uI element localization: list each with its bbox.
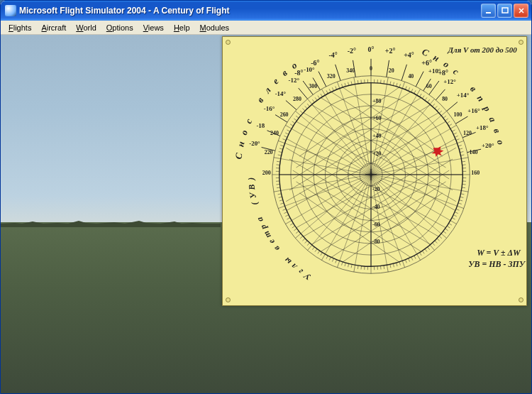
svg-line-148 [278,141,284,143]
window-buttons [481,4,528,18]
svg-text:120: 120 [463,130,472,136]
svg-line-205 [435,106,437,109]
svg-text:80: 80 [442,96,448,102]
titlebar[interactable]: Microsoft Flight Simulator 2004 - A Cent… [1,1,531,21]
svg-text:220: 220 [265,149,273,155]
svg-text:а: а [487,115,499,124]
svg-line-178 [354,77,355,84]
svg-line-149 [283,139,287,141]
svg-line-74 [428,247,430,250]
svg-line-158 [295,111,301,115]
svg-line-221 [460,151,464,152]
svg-line-98 [354,265,355,272]
menu-aircraft[interactable]: Aircraft [36,22,71,33]
svg-line-203 [430,99,434,104]
svg-text:+12°: +12° [443,78,456,85]
svg-line-216 [455,136,458,137]
svg-text:+18°: +18° [476,124,489,131]
svg-line-159 [300,111,303,113]
svg-line-200 [422,96,424,99]
svg-line-83 [402,261,404,267]
svg-line-176 [348,82,349,86]
svg-line-141 [276,165,279,165]
svg-text:В: В [246,184,257,191]
svg-line-169 [326,90,328,93]
svg-line-174 [342,84,343,87]
menu-options[interactable]: Options [101,22,138,33]
svg-line-60 [455,212,458,214]
close-button[interactable] [514,4,528,18]
svg-line-109 [321,253,323,256]
svg-line-220 [459,148,462,149]
svg-text:-20°: -20° [249,140,260,147]
svg-text:+10°: +10° [428,67,441,75]
menu-world[interactable]: World [71,22,101,33]
svg-line-173 [337,82,339,88]
svg-line-154 [290,124,293,126]
svg-text:У: У [248,190,259,199]
svg-line-124 [287,218,289,219]
menu-views[interactable]: Views [138,22,169,33]
svg-line-268 [401,65,406,81]
svg-line-225 [462,165,466,165]
svg-text:340: 340 [346,67,355,74]
svg-text:р: р [257,223,269,231]
svg-line-86 [393,263,394,267]
svg-line-168 [321,89,325,95]
svg-line-223 [461,158,468,159]
svg-line-66 [445,229,448,231]
svg-line-187 [384,80,384,84]
svg-line-116 [302,239,305,241]
svg-line-28 [285,175,372,206]
svg-line-79 [414,256,416,258]
svg-line-212 [449,124,452,126]
svg-line-195 [409,87,410,91]
menu-modules[interactable]: Modules [195,22,235,33]
svg-line-189 [390,82,391,85]
svg-line-107 [326,256,328,258]
menu-help[interactable]: Help [169,22,195,33]
svg-text:): ) [246,177,256,181]
svg-line-198 [417,89,421,95]
svg-line-218 [458,141,464,143]
menubar: Flights Aircraft World Options Views Hel… [1,21,531,35]
sim-viewport[interactable]: -8°-6°-4°-2°0°+2°+4°+6°+8°-20°-18-16°-14… [1,35,531,393]
svg-line-96 [361,266,362,270]
app-icon [5,5,16,16]
svg-line-188 [387,77,388,84]
svg-line-179 [358,80,358,84]
svg-line-52 [462,187,465,188]
svg-line-102 [342,262,343,266]
svg-line-14 [371,175,458,206]
svg-line-63 [450,221,457,224]
svg-line-170 [329,89,331,92]
minimize-button[interactable] [481,4,496,18]
navigation-chart-panel[interactable]: -8°-6°-4°-2°0°+2°+4°+6°+8°-20°-18-16°-14… [222,36,527,306]
svg-line-146 [279,148,283,149]
svg-line-156 [294,119,297,121]
svg-text:в: в [271,243,282,253]
svg-text:о: о [238,128,250,136]
maximize-button[interactable] [497,4,512,18]
svg-text:в: в [255,95,266,104]
svg-line-202 [428,99,430,102]
svg-text:-80: -80 [372,239,380,245]
svg-line-153 [285,125,292,128]
svg-line-115 [305,241,307,243]
svg-line-85 [397,263,397,266]
svg-line-217 [456,139,460,141]
svg-line-133 [274,190,281,192]
svg-line-222 [461,155,465,155]
menu-flights[interactable]: Flights [4,22,36,33]
svg-line-210 [445,119,448,121]
svg-line-97 [358,266,358,269]
svg-text:320: 320 [327,73,336,80]
svg-line-118 [295,234,301,238]
svg-line-55 [460,197,464,197]
svg-line-51 [462,184,466,185]
svg-text:+80: +80 [372,98,381,104]
svg-text:+4°: +4° [404,51,414,59]
svg-line-155 [292,121,295,124]
svg-line-219 [458,145,462,146]
svg-line-162 [307,104,309,106]
